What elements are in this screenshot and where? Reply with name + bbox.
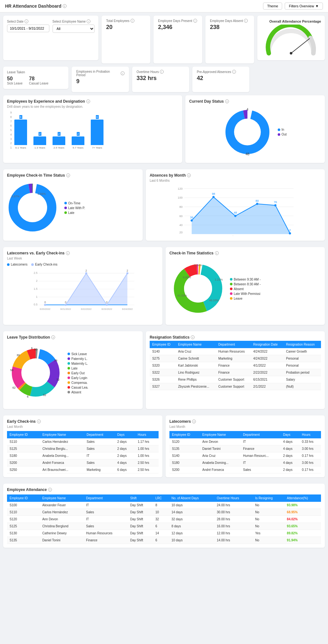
filters-overview-button[interactable]: Filters Overview ▼: [285, 3, 323, 10]
svg-text:98: 98: [212, 192, 215, 195]
employee-attendance-table: Employee ID Employee Name Department Shi…: [7, 494, 321, 544]
svg-text:0: 0: [267, 56, 268, 56]
table-row: S135Daniel ToniniFinance4 days3.00 hrs: [169, 445, 321, 452]
svg-text:0.5: 0.5: [34, 303, 38, 306]
dp-info-icon[interactable]: i: [193, 19, 197, 23]
total-employees-value: 20: [106, 24, 146, 31]
resign-col-id: Employee ID: [150, 341, 175, 348]
current-day-donut: 48 4 In Out: [189, 105, 321, 159]
prob-info-icon[interactable]: i: [121, 71, 125, 75]
experience-chart-card: Employees by Experience and Designation …: [3, 95, 182, 163]
table-row: S100Alexander FeuerITDay Shift810 days24…: [7, 502, 321, 509]
overtime-card: Overtime Hours i 332 hrs: [132, 67, 189, 92]
absences-title: Absences by Month i: [150, 173, 321, 178]
charts-row-3: Latecomers vs. Early Check-ins i Last We…: [3, 247, 325, 328]
table-row: S125Christina Berglu...Sales2 days1.00 h…: [7, 445, 159, 452]
leave-taken-card: Leave Taken 50 Sick Leave 78 Casual Leav…: [3, 67, 68, 89]
930-legend: Between 9:30 AM -: [230, 278, 261, 281]
days-present-card: Employee Days Present i 2,346: [153, 16, 202, 63]
bar-group-3: 2 5-7 Years: [72, 111, 84, 149]
svg-text:Dec 2021: Dec 2021: [185, 235, 198, 236]
svg-text:0: 0: [65, 301, 67, 304]
overtime-label: Overtime Hours i: [137, 70, 185, 74]
employee-attendance-card: Employee Attendance i Employee ID Employ…: [3, 484, 325, 548]
lc-col-hours: Hours: [299, 431, 321, 438]
svg-text:6: 6: [27, 395, 28, 398]
svg-point-1: [290, 52, 292, 55]
theme-button[interactable]: Theme: [263, 3, 282, 10]
date-input[interactable]: [7, 25, 49, 32]
employee-filter-group: Select Employee Name i All: [53, 19, 95, 56]
svg-text:41.03%: 41.03%: [177, 294, 187, 297]
svg-text:3.07%: 3.07%: [11, 195, 20, 198]
ea-info-icon[interactable]: i: [48, 488, 52, 492]
cd-info-icon[interactable]: i: [225, 99, 229, 103]
absences-svg: 120 100 80 60 40 20: [150, 185, 321, 236]
lc-info-icon[interactable]: i: [192, 420, 196, 423]
cts-info-icon[interactable]: i: [215, 251, 219, 255]
ontime-legend: On-Time: [64, 201, 85, 205]
cs-info-icon[interactable]: i: [66, 173, 70, 177]
dropdown-icon: ▼: [315, 4, 319, 8]
casual-count: 78: [29, 76, 48, 82]
table-row: S140Aria CruzHuman Resources4/24/2022Car…: [150, 348, 321, 355]
svg-text:1: 1: [36, 295, 38, 298]
table-row: S130Catherine DeweyHuman ResourcesDay Sh…: [7, 530, 321, 537]
lc-col-days: Days: [281, 431, 299, 438]
svg-text:78: 78: [54, 359, 57, 362]
ec-info-icon[interactable]: i: [37, 420, 41, 423]
ld-legend: Sick Leave Paternity L. Maternity L. Lat…: [68, 352, 88, 394]
table-row: S322Lino RodriguezFinance2/22/2022Probat…: [150, 369, 321, 376]
days-present-value: 2,346: [158, 24, 198, 31]
total-employees-label: Total Employees i: [106, 19, 146, 23]
svg-point-31: [256, 203, 258, 205]
latecomers-card: Latecomers i Last Month Employee ID Empl…: [166, 415, 325, 477]
out-dot: [278, 133, 280, 136]
date-filter-label: Select Date i: [7, 19, 49, 23]
ot-info-icon[interactable]: i: [160, 70, 164, 74]
ld-info-icon[interactable]: i: [51, 335, 55, 339]
title-info-icon[interactable]: i: [63, 4, 67, 8]
pa-info-icon[interactable]: i: [232, 70, 236, 74]
gauge-svg: 0 100 88.83%: [262, 25, 320, 56]
da-info-icon[interactable]: i: [244, 19, 248, 23]
preapproved-card: Pre-Approved Absences i 42: [192, 67, 249, 92]
latewithp-legend: Late With P.: [64, 206, 85, 210]
bar-label-4: 7+ Years: [92, 146, 102, 149]
table-row: S125Christina BerglundSalesDay Shift68 d…: [7, 523, 321, 530]
bar-group-1: 2 1-3 Years: [33, 111, 46, 149]
late-legend: Late: [64, 211, 85, 215]
employee-info-icon[interactable]: i: [87, 19, 90, 23]
svg-text:48: 48: [246, 152, 249, 156]
early-login-label: Early Login: [71, 376, 87, 380]
te-info-icon[interactable]: i: [131, 19, 134, 23]
exp-info-icon[interactable]: i: [86, 99, 90, 103]
svg-text:100: 100: [311, 56, 315, 56]
employee-select[interactable]: All: [53, 25, 95, 33]
ec-col-name: Employee Name: [40, 431, 84, 438]
latecomers-early-card: Latecomers vs. Early Check-ins i Last We…: [3, 247, 162, 325]
lve-info-icon[interactable]: i: [66, 251, 70, 255]
date-info-icon[interactable]: i: [25, 19, 28, 23]
days-absent-card: Employee Days Absent i 238: [205, 16, 254, 63]
checkin-svg: 94.37% 3.07% 2.56%: [7, 182, 58, 233]
days-absent-value: 238: [210, 24, 250, 31]
svg-text:6/21/2022: 6/21/2022: [60, 308, 71, 311]
filters-label: Filters Overview: [289, 4, 314, 8]
lve-subtitle: Last Week: [7, 257, 159, 260]
checkin-title: Employee Check-in Time Status i: [7, 173, 139, 178]
leave-legend: Leave: [230, 297, 261, 300]
cts-legend: Between 9:30 AM - Between 8:30 AM - Abse…: [230, 278, 261, 300]
svg-text:6/24/2022: 6/24/2022: [122, 308, 132, 311]
svg-point-32: [274, 204, 276, 207]
overtime-value: 332 hrs: [137, 75, 185, 82]
svg-text:8.88%: 8.88%: [183, 276, 191, 279]
resign-info-icon[interactable]: i: [191, 335, 195, 339]
preapproved-value: 42: [197, 75, 245, 82]
ec-title: Early Check-ins i: [7, 419, 159, 424]
resign-col-dept: Department: [216, 341, 251, 348]
svg-text:Jan 2022: Jan 2022: [208, 235, 220, 236]
title-text: HR Attendance Dashboard: [5, 4, 61, 9]
svg-point-28: [190, 219, 193, 222]
ab-info-icon[interactable]: i: [187, 173, 191, 177]
